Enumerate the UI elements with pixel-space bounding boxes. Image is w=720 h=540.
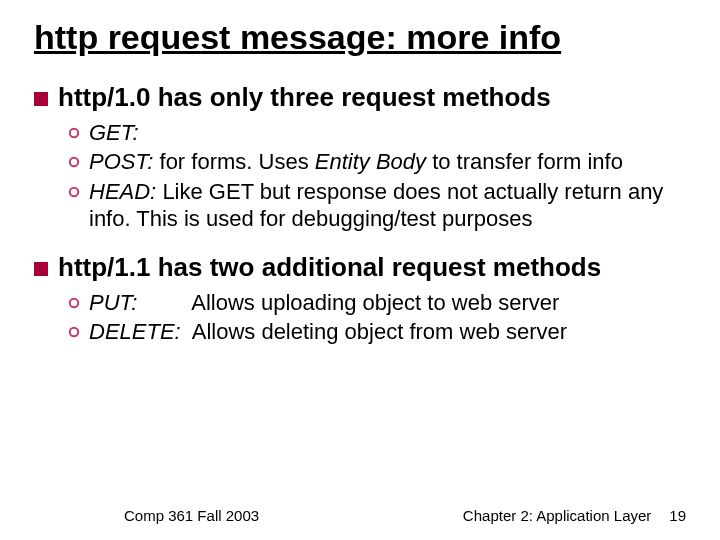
item-text: DELETE: Allows deleting object from web … <box>89 318 686 346</box>
section-http11: http/1.1 has two additional request meth… <box>34 253 686 346</box>
item-post: POST: for forms. Uses Entity Body to tra… <box>68 148 686 176</box>
svg-point-2 <box>70 158 78 166</box>
footer: Comp 361 Fall 2003 Chapter 2: Applicatio… <box>0 507 720 524</box>
desc: Allows uploading object to web server <box>191 290 559 315</box>
method-name: HEAD: <box>89 179 156 204</box>
desc-em: Entity Body <box>315 149 426 174</box>
slide: http request message: more info http/1.0… <box>0 0 720 540</box>
circle-bullet-icon <box>68 186 80 198</box>
desc-part-a: for forms. Uses <box>160 149 315 174</box>
method-name: DELETE: <box>89 319 181 344</box>
method-name: PUT: <box>89 290 137 315</box>
circle-bullet-icon <box>68 127 80 139</box>
circle-bullet-icon <box>68 326 80 338</box>
section-http10: http/1.0 has only three request methods … <box>34 83 686 233</box>
svg-point-1 <box>70 129 78 137</box>
heading-text: http/1.0 has only three request methods <box>58 83 551 113</box>
item-put: PUT: Allows uploading object to web serv… <box>68 289 686 317</box>
circle-bullet-icon <box>68 297 80 309</box>
item-text: HEAD: Like GET but response does not act… <box>89 178 686 233</box>
heading-http10: http/1.0 has only three request methods <box>34 83 686 113</box>
circle-bullet-icon <box>68 156 80 168</box>
item-head: HEAD: Like GET but response does not act… <box>68 178 686 233</box>
footer-left: Comp 361 Fall 2003 <box>34 507 259 524</box>
method-name: POST: <box>89 149 153 174</box>
footer-chapter: Chapter 2: Application Layer <box>463 507 651 524</box>
desc: Allows deleting object from web server <box>192 319 567 344</box>
svg-point-6 <box>70 328 78 336</box>
desc-part-b: to transfer form info <box>426 149 623 174</box>
square-bullet-icon <box>34 262 48 276</box>
desc: Like GET but response does not actually … <box>89 179 663 232</box>
item-delete: DELETE: Allows deleting object from web … <box>68 318 686 346</box>
footer-right: Chapter 2: Application Layer 19 <box>463 507 686 524</box>
method-name: GET: <box>89 120 139 145</box>
item-text: POST: for forms. Uses Entity Body to tra… <box>89 148 686 176</box>
svg-point-5 <box>70 299 78 307</box>
item-text: PUT: Allows uploading object to web serv… <box>89 289 686 317</box>
svg-rect-0 <box>34 92 48 106</box>
svg-rect-4 <box>34 262 48 276</box>
square-bullet-icon <box>34 92 48 106</box>
footer-page: 19 <box>669 507 686 524</box>
heading-text: http/1.1 has two additional request meth… <box>58 253 601 283</box>
svg-point-3 <box>70 188 78 196</box>
item-text: GET: <box>89 119 686 147</box>
heading-http11: http/1.1 has two additional request meth… <box>34 253 686 283</box>
item-get: GET: <box>68 119 686 147</box>
page-title: http request message: more info <box>34 18 686 57</box>
